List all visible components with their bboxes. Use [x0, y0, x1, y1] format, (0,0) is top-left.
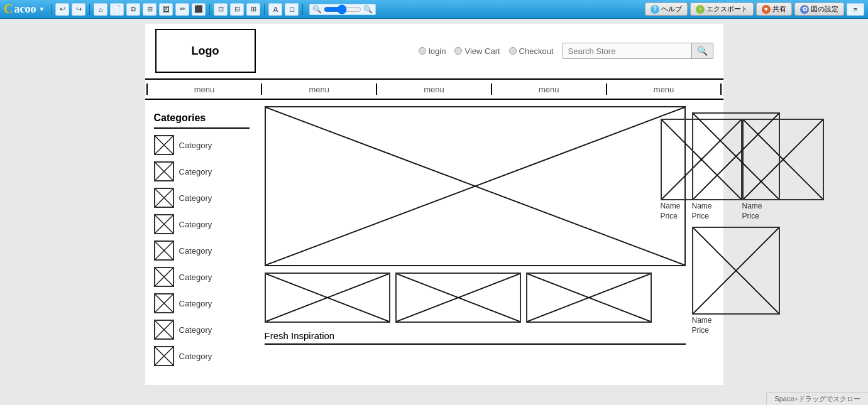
toolbar-btn-undo[interactable]: ↩	[55, 3, 69, 16]
login-link[interactable]: login	[419, 46, 446, 56]
product-area: Name Price Name	[258, 106, 692, 379]
toolbar-extra-btn[interactable]: ≡	[847, 3, 864, 16]
product-price-3: Price	[692, 326, 709, 335]
nav-item-0[interactable]: menu	[149, 85, 260, 94]
view-cart-label: View Cart	[464, 46, 500, 56]
inspiration-title: Fresh Inspiration	[265, 330, 686, 341]
sidebar-title: Categories	[154, 112, 250, 124]
toolbar-btn-frame[interactable]: ⊡	[214, 3, 228, 16]
sidebar-item-5[interactable]: Category	[154, 267, 250, 287]
product-name-0: Name	[661, 202, 681, 210]
search-input[interactable]	[563, 44, 691, 58]
sidebar-item-1[interactable]: Category	[154, 161, 250, 181]
share-label: 共有	[772, 4, 786, 14]
product-card-3: Name Price	[692, 227, 780, 335]
toolbar-sep-4	[264, 4, 265, 15]
zoom-slider[interactable]	[324, 7, 361, 12]
sidebar: Categories Category Category	[145, 106, 258, 379]
status-text: Space+ドラッグでスクロー	[774, 395, 860, 402]
sidebar-item-8[interactable]: Category	[154, 346, 250, 366]
zoom-bar: 🔍 🔍	[309, 4, 376, 15]
toolbar-btn-img[interactable]: 🖼	[159, 3, 173, 16]
toolbar-right: ? ヘルプ ↑ エクスポート ♥ 共有 ⚙ 図の設定 ≡	[645, 3, 864, 16]
toolbar-btn-shape[interactable]: ◻	[285, 3, 299, 16]
toolbar-btn-redo[interactable]: ↪	[72, 3, 85, 16]
toolbar-btn-erase[interactable]: ⬛	[192, 3, 206, 16]
cat-label-6: Category	[179, 299, 212, 308]
toolbar-sep-1	[51, 4, 52, 15]
nav-item-3[interactable]: menu	[493, 85, 605, 94]
search-button[interactable]: 🔍	[691, 43, 713, 58]
cat-label-5: Category	[179, 273, 212, 282]
store-header: Logo login View Cart	[145, 24, 723, 78]
toolbar-sep-2	[89, 4, 90, 15]
view-cart-radio	[454, 47, 462, 55]
export-button[interactable]: ↑ エクスポート	[690, 3, 754, 16]
sidebar-item-2[interactable]: Category	[154, 188, 250, 208]
toolbar-btn-grid[interactable]: ⊞	[143, 3, 157, 16]
product-price-0: Price	[661, 212, 678, 220]
cat-img-0	[154, 135, 174, 155]
help-icon: ?	[651, 5, 659, 14]
header-right: login View Cart Checkout 🔍	[263, 43, 713, 59]
toolbar-sep-3	[209, 4, 210, 15]
sidebar-item-4[interactable]: Category	[154, 240, 250, 261]
product-name-1: Name	[742, 202, 762, 210]
main-content: Categories Category Category	[145, 100, 723, 385]
cat-label-1: Category	[179, 167, 212, 176]
toolbar-btn-page[interactable]: 📄	[110, 3, 124, 16]
cat-img-3	[154, 214, 174, 234]
product-img-3	[692, 227, 780, 315]
toolbar-btn-text[interactable]: A	[268, 3, 282, 16]
cat-label-4: Category	[179, 246, 212, 256]
zoom-out-icon[interactable]: 🔍	[312, 5, 322, 14]
cat-label-8: Category	[179, 352, 212, 361]
checkout-radio	[509, 47, 517, 55]
hero-section: Name Price Name	[265, 106, 686, 266]
logo-text: Logo	[192, 45, 219, 58]
logo-box: Logo	[155, 29, 256, 73]
cat-img-5	[154, 267, 174, 287]
store-wrapper: Logo login View Cart	[145, 24, 723, 385]
page-wrapper: Cacoo ▼ ↩ ↪ ⌂ 📄 ⧉ ⊞ 🖼 ✏ ⬛ ⊡ ⊟ ⊞ A ◻ 🔍 🔍	[0, 0, 868, 405]
settings-button[interactable]: ⚙ 図の設定	[794, 3, 844, 16]
share-button[interactable]: ♥ 共有	[756, 3, 792, 16]
settings-label: 図の設定	[811, 4, 838, 14]
sidebar-item-3[interactable]: Category	[154, 214, 250, 234]
nav-sep-2	[376, 84, 377, 95]
nav-sep-0	[146, 84, 148, 95]
toolbar-btn-home[interactable]: ⌂	[94, 3, 107, 16]
banner-2	[526, 273, 652, 323]
search-bar: 🔍	[563, 43, 713, 59]
login-label: login	[429, 46, 446, 56]
cat-img-6	[154, 293, 174, 313]
inspiration-divider	[265, 343, 686, 345]
toolbar-btn-crop[interactable]: ⊟	[230, 3, 244, 16]
cat-label-2: Category	[179, 193, 212, 203]
banner-row	[265, 273, 686, 323]
help-label: ヘルプ	[661, 4, 682, 14]
zoom-in-icon[interactable]: 🔍	[363, 5, 373, 14]
sidebar-item-6[interactable]: Category	[154, 293, 250, 313]
toolbar-btn-pen[interactable]: ✏	[175, 3, 189, 16]
product-price-1: Price	[742, 212, 759, 220]
sidebar-item-0[interactable]: Category	[154, 135, 250, 155]
nav-item-2[interactable]: menu	[378, 85, 490, 94]
view-cart-link[interactable]: View Cart	[454, 46, 500, 56]
cat-img-7	[154, 320, 174, 340]
share-icon: ♥	[762, 5, 771, 14]
toolbar-sep-5	[302, 4, 303, 15]
nav-sep-5	[720, 84, 722, 95]
help-button[interactable]: ? ヘルプ	[645, 3, 688, 16]
nav-item-1[interactable]: menu	[263, 85, 375, 94]
status-bar: Space+ドラッグでスクロー	[766, 392, 868, 405]
header-links: login View Cart Checkout 🔍	[419, 43, 713, 59]
checkout-link[interactable]: Checkout	[509, 46, 554, 56]
toolbar-btn-copy[interactable]: ⧉	[126, 3, 140, 16]
toolbar-btn-adjust[interactable]: ⊞	[246, 3, 260, 16]
inspiration-section: Fresh Inspiration	[265, 330, 686, 345]
toolbar: Cacoo ▼ ↩ ↪ ⌂ 📄 ⧉ ⊞ 🖼 ✏ ⬛ ⊡ ⊟ ⊞ A ◻ 🔍 🔍	[0, 0, 868, 19]
settings-icon: ⚙	[800, 5, 809, 14]
nav-item-4[interactable]: menu	[608, 85, 720, 94]
sidebar-item-7[interactable]: Category	[154, 320, 250, 340]
